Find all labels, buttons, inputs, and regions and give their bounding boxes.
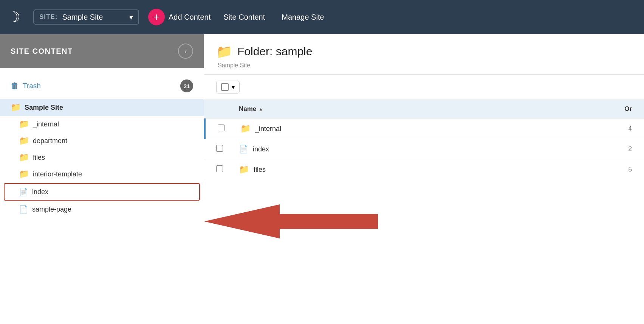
row-name-text: _internal: [255, 125, 281, 133]
tree-label: department: [33, 137, 67, 145]
folder-icon: 📁: [19, 136, 29, 146]
row-checkbox-input[interactable]: [218, 125, 224, 131]
select-all-checkbox[interactable]: [221, 83, 229, 91]
chevron-left-icon: ‹: [184, 47, 187, 56]
tree-label: sample-page: [32, 206, 71, 213]
folder-icon: 📁: [11, 103, 21, 112]
trash-link[interactable]: 🗑 Trash: [11, 81, 41, 91]
folder-title-icon: 📁: [216, 44, 232, 59]
breadcrumb: Sample Site: [216, 62, 632, 69]
name-col-label: Name: [239, 105, 256, 113]
tree-item-sample-site[interactable]: 📁 Sample Site: [0, 99, 204, 116]
tree-item-interior-template[interactable]: 📁 interior-template: [0, 166, 204, 182]
folder-header: 📁 Folder: sample Sample Site: [204, 34, 644, 75]
row-name-text: files: [254, 166, 266, 174]
trash-label: Trash: [23, 82, 41, 90]
tree-item-files[interactable]: 📁 files: [0, 149, 204, 166]
folder-icon: 📁: [19, 169, 29, 179]
folder-icon: 📁: [19, 153, 29, 162]
tree-label: interior-template: [33, 170, 82, 178]
page-icon: 📄: [19, 187, 28, 196]
main-layout: SITE CONTENT ‹ 🗑 Trash 21 📁 Sample Site …: [0, 34, 644, 324]
header-other-col: Or: [624, 105, 632, 113]
trash-icon: 🗑: [11, 81, 19, 91]
table-controls: ▾: [204, 75, 644, 100]
tree-label: files: [33, 154, 45, 162]
folder-icon: 📁: [240, 124, 251, 134]
row-count: 2: [621, 145, 632, 153]
select-all-dropdown[interactable]: ▾: [216, 81, 240, 93]
folder-icon: 📁: [239, 165, 249, 174]
folder-title: 📁 Folder: sample: [216, 44, 632, 59]
chevron-down-icon: ▾: [129, 12, 133, 22]
tree-label: Sample Site: [25, 104, 63, 112]
tree-label: index: [32, 188, 48, 196]
header-name-col[interactable]: Name ▲: [239, 105, 624, 113]
tree-item-index[interactable]: 📄 index: [4, 183, 200, 201]
main-content: 📁 Folder: sample Sample Site ▾ Name ▲ Or: [204, 34, 644, 324]
tree-item-department[interactable]: 📁 department: [0, 132, 204, 149]
sidebar-header: SITE CONTENT ‹: [0, 34, 204, 68]
tree-label: _internal: [33, 120, 59, 128]
row-checkbox-input[interactable]: [216, 145, 223, 152]
site-name: Sample Site: [62, 13, 125, 22]
trash-row: 🗑 Trash 21: [0, 76, 204, 99]
sidebar-collapse-button[interactable]: ‹: [178, 44, 193, 59]
row-count: 4: [621, 125, 632, 132]
site-label: SITE:: [39, 13, 57, 21]
row-name: 📄 index: [239, 145, 621, 154]
row-checkbox[interactable]: [216, 145, 239, 153]
table-row[interactable]: 📁 files 5: [204, 159, 644, 180]
folder-icon: 📁: [19, 119, 29, 129]
table-row[interactable]: 📄 index 2: [204, 139, 644, 159]
add-content-button[interactable]: + Add Content: [148, 9, 211, 25]
row-count: 5: [621, 166, 632, 173]
logo-icon: ☽: [8, 9, 20, 25]
row-name: 📁 _internal: [240, 124, 621, 134]
table-row[interactable]: 📁 _internal 4: [204, 118, 644, 139]
dropdown-arrow-icon: ▾: [232, 84, 235, 91]
page-icon: 📄: [19, 205, 28, 214]
sort-asc-icon: ▲: [259, 106, 263, 112]
sidebar-title: SITE CONTENT: [11, 47, 73, 56]
site-content-link[interactable]: Site Content: [220, 13, 269, 22]
row-checkbox[interactable]: [218, 125, 240, 133]
add-content-label: Add Content: [169, 13, 211, 22]
sidebar-content: 🗑 Trash 21 📁 Sample Site 📁 _internal 📁 d…: [0, 68, 204, 225]
site-selector[interactable]: SITE: Sample Site ▾: [33, 9, 139, 25]
trash-count-badge: 21: [180, 79, 193, 92]
row-name-text: index: [253, 145, 269, 153]
sidebar: SITE CONTENT ‹ 🗑 Trash 21 📁 Sample Site …: [0, 34, 204, 324]
folder-title-text: Folder: sample: [237, 45, 312, 58]
add-icon: +: [148, 9, 165, 25]
tree-item-sample-page[interactable]: 📄 sample-page: [0, 201, 204, 217]
page-icon: 📄: [239, 145, 248, 154]
top-navigation: ☽ SITE: Sample Site ▾ + Add Content Site…: [0, 0, 644, 34]
table-header: Name ▲ Or: [204, 100, 644, 118]
row-name: 📁 files: [239, 165, 621, 174]
manage-site-link[interactable]: Manage Site: [278, 13, 328, 22]
tree-item-internal[interactable]: 📁 _internal: [0, 116, 204, 132]
row-checkbox-input[interactable]: [216, 165, 223, 172]
row-checkbox[interactable]: [216, 165, 239, 174]
